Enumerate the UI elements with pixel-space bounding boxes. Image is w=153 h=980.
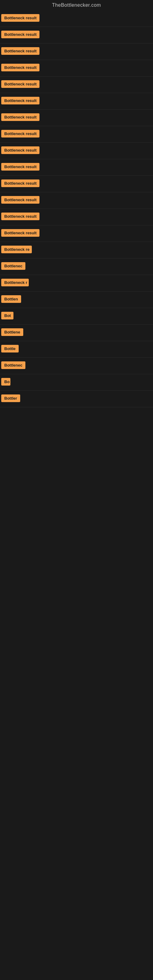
bottleneck-badge[interactable]: Bottleneck result <box>1 64 40 72</box>
results-list: Bottleneck resultBottleneck resultBottle… <box>0 10 153 407</box>
result-row: Bottleneck r <box>0 275 153 291</box>
bottleneck-badge[interactable]: Bottleneck re <box>1 246 32 253</box>
bottleneck-badge[interactable]: Bottlene <box>1 328 23 336</box>
result-row: Bottlenec <box>0 358 153 374</box>
result-row: Bottlenec <box>0 258 153 275</box>
bottleneck-badge[interactable]: Bottleneck result <box>1 47 40 55</box>
bottleneck-badge[interactable]: Bottleneck result <box>1 14 40 22</box>
bottleneck-badge[interactable]: Bo <box>1 378 10 385</box>
result-row: Bottleneck result <box>0 126 153 143</box>
bottleneck-badge[interactable]: Bottlenec <box>1 262 26 270</box>
bottleneck-badge[interactable]: Bottleneck result <box>1 130 40 137</box>
result-row: Bottle <box>0 341 153 358</box>
result-row: Bottleneck result <box>0 60 153 76</box>
bottleneck-badge[interactable]: Bottler <box>1 395 20 402</box>
result-row: Bottleneck result <box>0 10 153 27</box>
bottleneck-badge[interactable]: Bottleneck result <box>1 113 40 121</box>
bottleneck-badge[interactable]: Bottlenec <box>1 361 26 369</box>
result-row: Bot <box>0 308 153 325</box>
result-row: Bottleneck result <box>0 225 153 242</box>
bottleneck-badge[interactable]: Bottleneck result <box>1 213 40 220</box>
bottleneck-badge[interactable]: Bottleneck result <box>1 180 40 187</box>
bottleneck-badge[interactable]: Bottleneck result <box>1 163 40 170</box>
bottleneck-badge[interactable]: Bot <box>1 312 13 320</box>
bottleneck-badge[interactable]: Bottleneck result <box>1 80 40 88</box>
bottleneck-badge[interactable]: Bottleneck result <box>1 146 40 154</box>
result-row: Bottlene <box>0 325 153 341</box>
result-row: Bottleneck result <box>0 93 153 110</box>
result-row: Bottleneck result <box>0 159 153 176</box>
result-row: Bottleneck result <box>0 110 153 126</box>
result-row: Bottleneck re <box>0 242 153 258</box>
result-row: Bottlen <box>0 291 153 308</box>
bottleneck-badge[interactable]: Bottleneck result <box>1 30 40 38</box>
result-row: Bottleneck result <box>0 143 153 159</box>
result-row: Bo <box>0 374 153 391</box>
bottleneck-badge[interactable]: Bottleneck result <box>1 229 40 237</box>
site-title: TheBottlenecker.com <box>0 0 153 10</box>
result-row: Bottler <box>0 391 153 407</box>
bottleneck-badge[interactable]: Bottleneck result <box>1 196 40 204</box>
bottleneck-badge[interactable]: Bottleneck result <box>1 97 40 105</box>
bottleneck-badge[interactable]: Bottleneck r <box>1 279 29 286</box>
result-row: Bottleneck result <box>0 76 153 93</box>
bottleneck-badge[interactable]: Bottle <box>1 345 19 353</box>
result-row: Bottleneck result <box>0 192 153 209</box>
result-row: Bottleneck result <box>0 176 153 192</box>
result-row: Bottleneck result <box>0 43 153 60</box>
bottleneck-badge[interactable]: Bottlen <box>1 295 21 303</box>
result-row: Bottleneck result <box>0 27 153 43</box>
result-row: Bottleneck result <box>0 209 153 225</box>
